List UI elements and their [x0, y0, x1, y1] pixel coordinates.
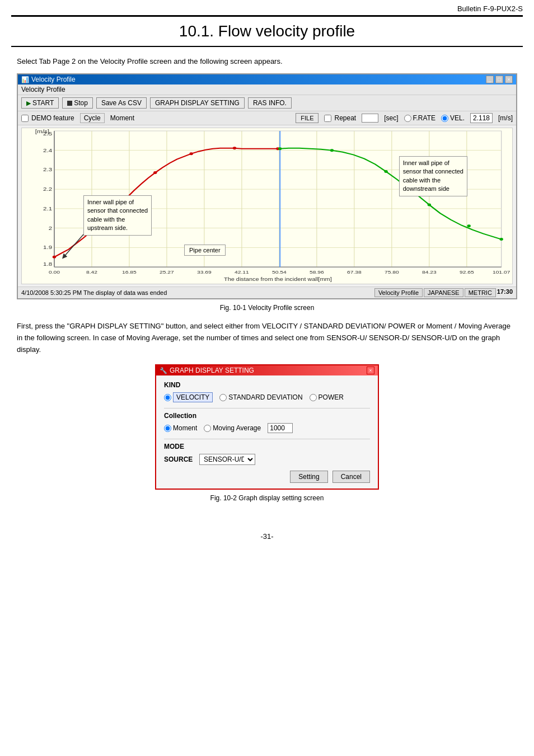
velocity-profile-window: 📊 Velocity Profile _ □ × Velocity Profil…	[17, 73, 517, 299]
moment-radio-label[interactable]: Moment	[164, 424, 197, 432]
std-dev-radio[interactable]	[219, 394, 227, 401]
graph-display-setting-window: 🔧 GRAPH DISPLAY SETTING × KIND VELOCITY …	[155, 364, 379, 490]
svg-text:2.2: 2.2	[43, 186, 52, 191]
status-tab-unit[interactable]: METRIC	[465, 288, 496, 297]
play-icon: ▶	[26, 100, 31, 107]
pipe-center-annotation: Pipe center	[184, 245, 226, 256]
upstream-annotation: Inner wall pipe of sensor that connected…	[83, 195, 152, 236]
svg-text:8.42: 8.42	[86, 270, 97, 275]
vp-titlebar: 📊 Velocity Profile _ □ ×	[18, 74, 516, 84]
demo-feature-checkbox[interactable]	[21, 115, 29, 122]
start-label: START	[32, 99, 54, 107]
graph-display-setting-button[interactable]: GRAPH DISPLAY SETTING	[150, 97, 245, 109]
vp-window-icon: 📊	[21, 76, 29, 83]
gds-divider2	[164, 439, 370, 439]
vel-label: VEL.	[450, 114, 465, 122]
minimize-button[interactable]: _	[486, 76, 494, 83]
moment-text: Moment	[173, 424, 197, 432]
svg-point-48	[233, 147, 236, 149]
svg-point-54	[467, 224, 470, 227]
maximize-button[interactable]: □	[495, 76, 503, 83]
moment-radio[interactable]	[164, 425, 171, 432]
demo-feature-label: DEMO feature	[31, 114, 74, 122]
status-tabs: Velocity Profile JAPANESE METRIC 17:30	[374, 288, 513, 297]
f-rate-radio-label[interactable]: F.RATE	[404, 114, 435, 122]
svg-text:0.00: 0.00	[49, 270, 60, 275]
kind-options-row: VELOCITY STANDARD DEVIATION POWER	[164, 392, 370, 402]
mode-section: MODE SOURCE SENSOR-U SENSOR-D SENSOR-U/D	[164, 443, 370, 465]
moving-avg-value-input[interactable]	[268, 423, 293, 433]
svg-point-47	[190, 152, 193, 155]
cycle-value-input[interactable]	[362, 114, 378, 123]
velocity-radio-label[interactable]: VELOCITY	[164, 392, 213, 402]
close-button[interactable]: ×	[505, 76, 513, 83]
kind-section-label: KIND	[164, 381, 370, 389]
gds-divider1	[164, 408, 370, 408]
svg-text:42.11: 42.11	[235, 270, 249, 275]
svg-point-44	[53, 256, 56, 259]
moment-label: Moment	[110, 114, 134, 122]
svg-point-52	[384, 170, 387, 173]
ras-info-button[interactable]: RAS INFO.	[248, 97, 292, 109]
cancel-button[interactable]: Cancel	[332, 471, 370, 483]
page-title-section: 10.1. Flow velocity profile	[11, 15, 523, 47]
downstream-annotation: Inner wall pipe of sensor that connected…	[399, 156, 467, 196]
vel-unit: [m/s]	[498, 114, 513, 122]
stop-button[interactable]: Stop	[62, 97, 93, 109]
save-csv-button[interactable]: Save As CSV	[96, 97, 147, 109]
page-title: 10.1. Flow velocity profile	[11, 22, 523, 40]
page-number: -31-	[0, 521, 534, 546]
collection-options-row: Moment Moving Average	[164, 423, 370, 433]
file-button[interactable]: FILE	[296, 113, 318, 123]
cycle-label: Cycle	[84, 114, 101, 122]
moving-avg-radio[interactable]	[204, 425, 211, 432]
repeat-checkbox[interactable]	[324, 115, 331, 122]
repeat-label[interactable]: Repeat	[324, 114, 356, 122]
f-rate-radio[interactable]	[404, 115, 411, 122]
vel-radio[interactable]	[441, 115, 448, 122]
svg-text:16.85: 16.85	[122, 270, 137, 275]
power-radio[interactable]	[310, 394, 317, 401]
status-tab-velocity[interactable]: Velocity Profile	[374, 288, 423, 297]
gds-buttons-row: Setting Cancel	[164, 471, 370, 483]
status-time: 17:30	[497, 288, 513, 297]
svg-text:The distance from the incident: The distance from the incident wall[mm]	[224, 276, 332, 281]
svg-text:1.9: 1.9	[43, 245, 52, 250]
repeat-text: Repeat	[334, 114, 356, 122]
power-text: POWER	[318, 393, 344, 401]
gds-close-button[interactable]: ×	[367, 367, 374, 374]
vp-window-controls: _ □ ×	[486, 76, 513, 83]
vel-value-input[interactable]	[470, 113, 493, 123]
start-button[interactable]: ▶ START	[21, 97, 59, 109]
collection-section-label: Collection	[164, 412, 370, 420]
fig2-caption: Fig. 10-2 Graph display setting screen	[17, 494, 517, 502]
svg-text:101.07: 101.07	[493, 270, 510, 275]
vp-menu-item[interactable]: Velocity Profile	[21, 86, 65, 93]
svg-text:50.54: 50.54	[272, 270, 287, 275]
setting-button[interactable]: Setting	[290, 471, 327, 483]
svg-text:67.38: 67.38	[347, 270, 362, 275]
demo-feature-checkbox-label[interactable]: DEMO feature	[21, 114, 74, 122]
f-rate-label: F.RATE	[413, 114, 435, 122]
vp-window-title: Velocity Profile	[31, 76, 76, 83]
velocity-radio[interactable]	[164, 394, 171, 401]
fig1-caption: Fig. 10-1 Velocity Profile screen	[17, 304, 517, 312]
gds-titlebar: 🔧 GRAPH DISPLAY SETTING ×	[156, 365, 378, 375]
status-timestamp: 4/10/2008 5:30:25 PM The display of data…	[21, 289, 369, 296]
svg-point-55	[499, 238, 503, 241]
gds-window-icon: 🔧	[160, 367, 167, 374]
moving-avg-radio-label[interactable]: Moving Average	[204, 424, 261, 432]
gds-content: KIND VELOCITY STANDARD DEVIATION POWER C…	[156, 375, 378, 489]
std-dev-radio-label[interactable]: STANDARD DEVIATION	[219, 393, 302, 401]
vel-radio-label[interactable]: VEL.	[441, 114, 465, 122]
svg-text:92.65: 92.65	[460, 270, 474, 275]
svg-text:2.4: 2.4	[43, 148, 52, 153]
power-radio-label[interactable]: POWER	[310, 393, 344, 401]
source-select[interactable]: SENSOR-U SENSOR-D SENSOR-U/D	[199, 454, 255, 465]
gds-window-title: GRAPH DISPLAY SETTING	[170, 367, 254, 374]
vp-menu: Velocity Profile	[18, 84, 516, 95]
velocity-radio-text: VELOCITY	[173, 392, 213, 402]
status-tab-language[interactable]: JAPANESE	[424, 288, 463, 297]
svg-text:84.23: 84.23	[422, 270, 437, 275]
svg-text:2.5: 2.5	[43, 131, 52, 136]
